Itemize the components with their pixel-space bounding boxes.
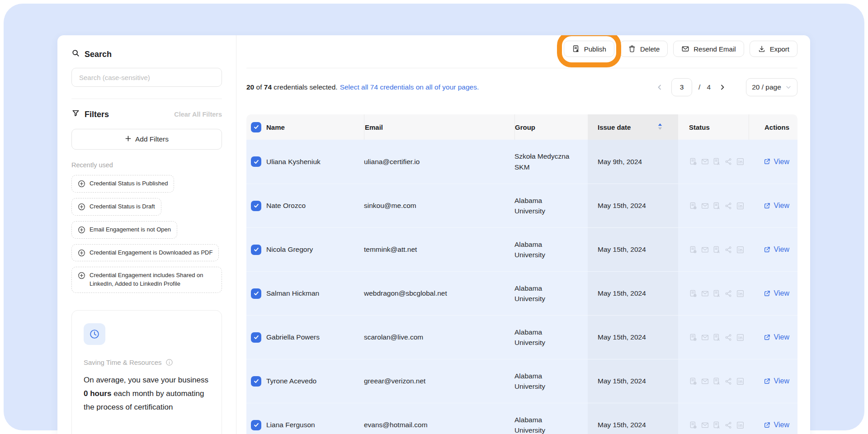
filter-chip-label: Credential Engagement is Downloaded as P… — [90, 249, 212, 257]
pagination: / 4 20 / page — [654, 78, 797, 96]
row-checkbox[interactable] — [251, 245, 261, 255]
view-label: View — [774, 333, 789, 341]
row-checkbox[interactable] — [251, 201, 261, 211]
export-label: Export — [770, 45, 789, 53]
delete-button[interactable]: Delete — [620, 41, 668, 57]
column-header-status[interactable]: Status — [678, 114, 749, 140]
row-checkbox[interactable] — [251, 288, 261, 299]
view-link[interactable]: View — [763, 333, 789, 341]
view-label: View — [774, 377, 789, 385]
sort-icon[interactable] — [657, 123, 663, 132]
row-checkbox[interactable] — [251, 156, 261, 167]
selection-summary: 20 of 74 credentials selected.Select all… — [246, 83, 479, 91]
filter-chip[interactable]: Credential Status is Published — [71, 175, 174, 193]
linkedin-status-icon — [736, 377, 745, 386]
check-icon — [253, 290, 259, 297]
row-name: Gabriella Powers — [266, 316, 364, 359]
clock-icon — [89, 328, 100, 340]
next-page-button[interactable] — [717, 82, 728, 93]
row-name: Tyrone Acevedo — [266, 359, 364, 403]
table-row: Gabriella Powers scarolan@live.com Alaba… — [246, 315, 797, 359]
row-name: Salman Hickman — [266, 272, 364, 315]
linkedin-status-icon — [736, 157, 745, 166]
view-link[interactable]: View — [763, 289, 789, 297]
row-group: Alabama University — [514, 371, 574, 392]
publish-label: Publish — [584, 45, 606, 53]
plus-circle-icon — [78, 272, 85, 279]
clear-all-filters-button[interactable]: Clear All Filters — [174, 111, 222, 118]
view-link[interactable]: View — [763, 421, 789, 429]
plus-circle-icon — [78, 226, 85, 234]
column-header-name[interactable]: Name — [266, 114, 364, 140]
selection-middle-text: of — [254, 83, 264, 91]
total-pages: 4 — [707, 83, 711, 91]
credential-status-icon — [689, 421, 698, 429]
view-link[interactable]: View — [763, 158, 789, 166]
select-all-link[interactable]: Select all 74 credentials on all of your… — [340, 83, 479, 91]
prev-page-button[interactable] — [654, 82, 665, 93]
filters-title: Filters — [85, 110, 109, 119]
row-name: Nicola Gregory — [266, 228, 364, 271]
email-status-icon — [701, 157, 709, 166]
view-link[interactable]: View — [763, 377, 789, 385]
filter-chip[interactable]: Email Engagement is not Open — [71, 221, 177, 239]
row-checkbox[interactable] — [251, 332, 261, 343]
row-issue-date: May 15th, 2024 — [588, 228, 678, 271]
linkedin-status-icon — [736, 421, 745, 429]
funnel-icon — [71, 109, 80, 120]
search-input[interactable] — [71, 68, 222, 87]
main-content: Publish Delete Resend Email — [236, 35, 810, 434]
linkedin-status-icon — [736, 202, 745, 210]
external-link-icon — [763, 377, 771, 385]
table-row: Nate Orozco sinkou@me.com Alabama Univer… — [246, 184, 797, 227]
row-checkbox[interactable] — [251, 420, 261, 430]
filter-chip[interactable]: Credential Engagement is Downloaded as P… — [71, 244, 219, 262]
row-name: Nate Orozco — [266, 184, 364, 227]
credential-status-icon — [689, 202, 698, 210]
column-header-issue-date[interactable]: Issue date — [588, 114, 678, 140]
row-group: Alabama University — [514, 195, 574, 217]
credential-status-icon — [689, 377, 698, 386]
search-title: Search — [85, 50, 112, 59]
check-icon — [253, 378, 259, 384]
filter-chip-label: Credential Status is Draft — [90, 203, 155, 211]
chevron-right-icon — [719, 84, 726, 91]
selection-row: 20 of 74 credentials selected.Select all… — [246, 77, 797, 97]
credential-status-icon — [689, 157, 698, 166]
table-row: Nicola Gregory temmink@att.net Alabama U… — [246, 227, 797, 271]
external-link-icon — [763, 202, 771, 210]
export-button[interactable]: Export — [750, 41, 797, 57]
filter-chip[interactable]: Credential Engagement includes Shared on… — [71, 267, 222, 293]
external-link-icon — [763, 421, 771, 429]
resend-email-button[interactable]: Resend Email — [673, 41, 744, 57]
pdf-status-icon — [712, 333, 721, 342]
table-row: Uliana Kysheniuk uliana@certifier.io Szk… — [246, 140, 797, 184]
email-status-icon — [701, 245, 709, 254]
check-icon — [253, 334, 259, 340]
column-header-group[interactable]: Group — [514, 114, 588, 140]
add-filters-label: Add Filters — [135, 135, 169, 143]
column-header-actions[interactable]: Actions — [749, 114, 797, 140]
row-email: temmink@att.net — [364, 228, 514, 271]
filters-section-heading: Filters Clear All Filters — [71, 109, 222, 120]
row-email: sinkou@me.com — [364, 184, 514, 227]
view-link[interactable]: View — [763, 202, 789, 210]
filter-chip[interactable]: Credential Status is Draft — [71, 198, 161, 216]
select-all-checkbox[interactable] — [251, 122, 261, 132]
table-row: Liana Ferguson evans@hotmail.com Alabama… — [246, 403, 797, 434]
email-status-icon — [701, 202, 709, 210]
table-body: Uliana Kysheniuk uliana@certifier.io Szk… — [246, 140, 797, 434]
column-header-email[interactable]: Email — [364, 114, 514, 140]
add-filters-button[interactable]: Add Filters — [71, 129, 222, 150]
page-size-select[interactable]: 20 / page — [746, 78, 797, 96]
pdf-status-icon — [712, 202, 721, 210]
row-checkbox[interactable] — [251, 376, 261, 387]
row-email: uliana@certifier.io — [364, 140, 514, 184]
share-status-icon — [724, 245, 733, 254]
publish-button[interactable]: Publish — [564, 41, 614, 57]
view-link[interactable]: View — [763, 245, 789, 254]
share-status-icon — [724, 421, 733, 429]
row-name: Uliana Kysheniuk — [266, 140, 364, 184]
info-icon[interactable] — [165, 359, 173, 366]
page-number-input[interactable] — [671, 78, 692, 96]
